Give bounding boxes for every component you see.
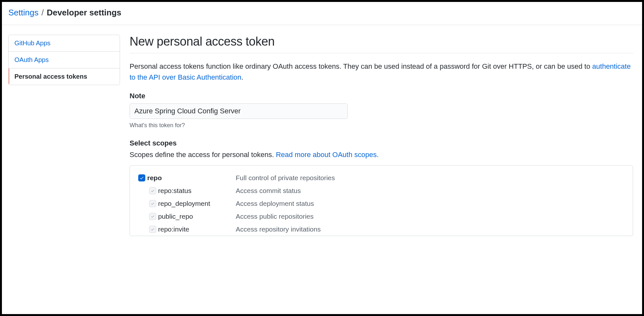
check-icon: [140, 176, 144, 180]
breadcrumb-separator: /: [41, 8, 44, 17]
note-label: Note: [130, 92, 633, 100]
scopes-desc-text: Scopes define the access for personal to…: [130, 151, 276, 159]
scope-name: repo_deployment: [158, 200, 236, 207]
check-icon: [151, 189, 155, 193]
scopes-desc-link[interactable]: Read more about OAuth scopes.: [276, 151, 378, 159]
check-icon: [151, 215, 155, 218]
scope-row-repo-invite: repo:invite Access repository invitation…: [136, 223, 626, 236]
scope-desc: Access public repositories: [236, 213, 314, 220]
scope-name: public_repo: [158, 213, 236, 220]
scope-name: repo:invite: [158, 225, 236, 233]
scope-desc: Access repository invitations: [236, 225, 321, 233]
lead-text: Personal access tokens function like ord…: [130, 62, 592, 70]
scope-row-public-repo: public_repo Access public repositories: [136, 210, 626, 223]
checkbox-repo-deployment[interactable]: [149, 200, 156, 207]
main-content: New personal access token Personal acces…: [130, 35, 636, 236]
checkbox-repo-status[interactable]: [149, 187, 156, 194]
checkbox-public-repo[interactable]: [149, 213, 156, 220]
scope-name: repo: [147, 174, 236, 182]
note-hint: What's this token for?: [130, 122, 633, 129]
scope-desc: Full control of private repositories: [236, 174, 335, 182]
note-input[interactable]: [130, 103, 348, 119]
lead-text-suffix: .: [242, 73, 243, 81]
scope-desc: Access commit status: [236, 187, 301, 195]
checkbox-repo-invite[interactable]: [149, 226, 156, 233]
sidebar: GitHub Apps OAuth Apps Personal access t…: [8, 35, 120, 236]
scope-row-repo: repo Full control of private repositorie…: [136, 171, 626, 184]
breadcrumb-current: Developer settings: [47, 8, 122, 17]
sidebar-item-github-apps: GitHub Apps: [9, 35, 120, 52]
page-title: New personal access token: [130, 35, 633, 53]
scopes-box: repo Full control of private repositorie…: [130, 165, 633, 236]
scopes-heading: Select scopes: [130, 139, 633, 147]
scope-name: repo:status: [158, 187, 236, 195]
sidebar-link[interactable]: Personal access tokens: [9, 68, 120, 85]
sidebar-link[interactable]: GitHub Apps: [9, 35, 120, 51]
breadcrumb-parent-link[interactable]: Settings: [8, 8, 38, 17]
sidebar-item-personal-access-tokens: Personal access tokens: [9, 68, 120, 85]
sidebar-item-oauth-apps: OAuth Apps: [9, 52, 120, 68]
scope-desc: Access deployment status: [236, 200, 314, 207]
scope-row-repo-deployment: repo_deployment Access deployment status: [136, 197, 626, 210]
breadcrumb: Settings / Developer settings: [2, 2, 642, 25]
scopes-description: Scopes define the access for personal to…: [130, 151, 633, 159]
sidebar-link[interactable]: OAuth Apps: [9, 52, 120, 68]
check-icon: [151, 227, 155, 231]
lead-paragraph: Personal access tokens function like ord…: [130, 61, 633, 83]
check-icon: [151, 202, 155, 206]
checkbox-repo[interactable]: [138, 174, 145, 181]
scope-row-repo-status: repo:status Access commit status: [136, 184, 626, 197]
